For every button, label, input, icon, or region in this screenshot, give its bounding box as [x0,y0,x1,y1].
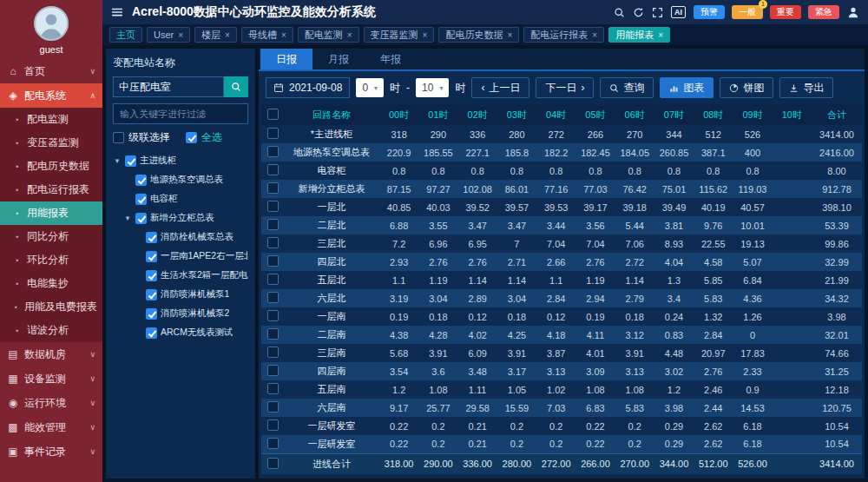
prev-day-button[interactable]: ‹ 上一日 [471,77,529,98]
fullscreen-icon[interactable] [652,7,663,18]
alarm-pill-紧急[interactable]: 紧急 [808,5,839,19]
caret-down-icon[interactable]: ▾ [113,156,122,165]
row-checkbox[interactable] [267,182,279,194]
tree-checkbox[interactable] [135,175,147,186]
tree-filter-input[interactable] [113,103,248,124]
tab-配电运行报表[interactable]: 配电运行报表× [523,27,604,43]
row-checkbox[interactable] [267,438,279,449]
row-checkbox[interactable] [267,219,279,230]
query-button[interactable]: 查询 [600,77,654,98]
station-search-button[interactable] [224,76,248,97]
sidebar-item-配电历史数据[interactable]: ▪配电历史数据 [0,155,102,178]
chart-button[interactable]: 图表 [660,77,713,98]
tree-node-ARCM无线表测试[interactable]: ARCM无线表测试 [113,323,248,342]
tree-node-生活水泵2箱一层配电房[interactable]: 生活水泵2箱一层配电房 [113,266,248,285]
tree-node-消防喷淋机械泵1[interactable]: 消防喷淋机械泵1 [113,285,248,304]
tree-node-消防喷淋机械泵2[interactable]: 消防喷淋机械泵2 [113,304,248,323]
tree-checkbox[interactable] [146,251,157,262]
menu-toggle-icon[interactable] [111,6,123,18]
tab-User[interactable]: User× [147,27,190,43]
tree-checkbox[interactable] [125,155,136,167]
export-button[interactable]: 导出 [779,77,833,98]
tab-close-icon[interactable]: × [225,30,230,40]
tree-node-消防栓机械泵总表[interactable]: 消防栓机械泵总表 [113,228,248,247]
ai-badge[interactable]: AI [671,6,686,18]
sidebar-item-同比分析[interactable]: ▪同比分析 [0,225,102,248]
sidebar-item-事件记录[interactable]: ▣事件记录∨ [0,439,102,464]
search-icon[interactable] [614,7,625,18]
tree-checkbox[interactable] [146,270,157,281]
tree-checkbox[interactable] [146,327,157,339]
row-checkbox[interactable] [267,292,279,303]
pie-button[interactable]: 饼图 [720,77,773,98]
row-checkbox[interactable] [267,255,279,267]
hour-start-select[interactable]: 0 ▾ [356,78,384,97]
tab-变压器监测[interactable]: 变压器监测× [364,27,435,43]
footer-checkbox[interactable] [267,458,279,469]
alarm-pill-预警[interactable]: 预警 [694,5,725,19]
caret-down-icon[interactable]: ▾ [123,214,132,222]
tab-close-icon[interactable]: × [347,30,352,40]
sidebar-item-用能报表[interactable]: ▪用能报表 [0,201,102,225]
next-day-button[interactable]: 下一日 › [536,77,594,98]
tab-用能报表[interactable]: 用能报表× [608,27,670,43]
alarm-pill-一般[interactable]: 一般1 [732,5,763,19]
tree-node-主进线柜[interactable]: ▾主进线柜 [113,151,248,170]
select-all-rows-checkbox[interactable] [267,109,279,120]
sidebar-item-谐波分析[interactable]: ▪谐波分析 [0,319,102,342]
select-all-checkbox[interactable] [186,132,197,143]
tab-close-icon[interactable]: × [592,30,597,40]
row-checkbox[interactable] [267,146,279,157]
alarm-pill-重要[interactable]: 重要 [770,5,801,19]
row-checkbox[interactable] [267,310,279,321]
tab-配电历史数据[interactable]: 配电历史数据× [438,27,519,43]
tree-checkbox[interactable] [146,308,157,320]
row-checkbox[interactable] [267,274,279,285]
row-checkbox[interactable] [267,347,279,358]
tree-node-一层南1APE2右一层北1APE1左[interactable]: 一层南1APE2右一层北1APE1左 [113,247,248,266]
sidebar-item-设备监测[interactable]: ▦设备监测∨ [0,366,102,391]
tab-楼层[interactable]: 楼层× [194,27,237,43]
date-picker[interactable]: 2021-09-08 [266,77,350,98]
tab-close-icon[interactable]: × [507,30,512,40]
row-checkbox[interactable] [267,164,279,175]
tab-close-icon[interactable]: × [658,30,663,40]
sidebar-item-配电运行报表[interactable]: ▪配电运行报表 [0,178,102,201]
tree-node-新增分立柜总表[interactable]: ▾新增分立柜总表 [113,208,248,228]
report-tab-月报[interactable]: 月报 [312,49,365,69]
sidebar-item-电能集抄[interactable]: ▪电能集抄 [0,272,102,295]
tab-close-icon[interactable]: × [423,30,428,40]
avatar[interactable] [34,6,69,41]
sidebar-item-用能及电费报表[interactable]: ▪用能及电费报表 [0,295,102,319]
tab-配电监测[interactable]: 配电监测× [298,27,359,43]
tab-母线槽[interactable]: 母线槽× [241,27,293,43]
tab-主页[interactable]: 主页 [109,27,142,43]
tab-close-icon[interactable]: × [178,30,183,40]
row-checkbox[interactable] [267,128,279,139]
hour-end-select[interactable]: 10 ▾ [416,78,449,97]
tree-checkbox[interactable] [135,213,147,224]
sidebar-item-配电监测[interactable]: ▪配电监测 [0,108,102,131]
sidebar-item-首页[interactable]: ⌂首页∨ [0,59,102,83]
tree-checkbox[interactable] [146,289,157,300]
sidebar-item-运行环境[interactable]: ◉运行环境∨ [0,391,102,415]
cascade-checkbox[interactable] [113,132,124,143]
sidebar-item-数据机房[interactable]: ▤数据机房∨ [0,342,102,366]
station-select[interactable]: 中压配电室 [113,76,224,97]
refresh-icon[interactable] [633,7,644,18]
row-checkbox[interactable] [267,237,279,248]
sidebar-item-能效管理[interactable]: ▩能效管理∨ [0,415,102,439]
row-checkbox[interactable] [267,328,279,340]
report-tab-日报[interactable]: 日报 [260,49,312,69]
row-checkbox[interactable] [267,401,279,413]
tree-node-电容柜[interactable]: 电容柜 [113,189,248,208]
sidebar-item-环比分析[interactable]: ▪环比分析 [0,248,102,272]
user-icon[interactable] [847,6,859,18]
sidebar-item-配电系统[interactable]: ◈配电系统∧ [0,83,102,108]
sidebar-item-变压器监测[interactable]: ▪变压器监测 [0,131,102,155]
tree-checkbox[interactable] [146,232,157,243]
tree-checkbox[interactable] [135,194,147,205]
row-checkbox[interactable] [267,419,279,431]
tab-close-icon[interactable]: × [281,30,286,40]
row-checkbox[interactable] [267,383,279,394]
